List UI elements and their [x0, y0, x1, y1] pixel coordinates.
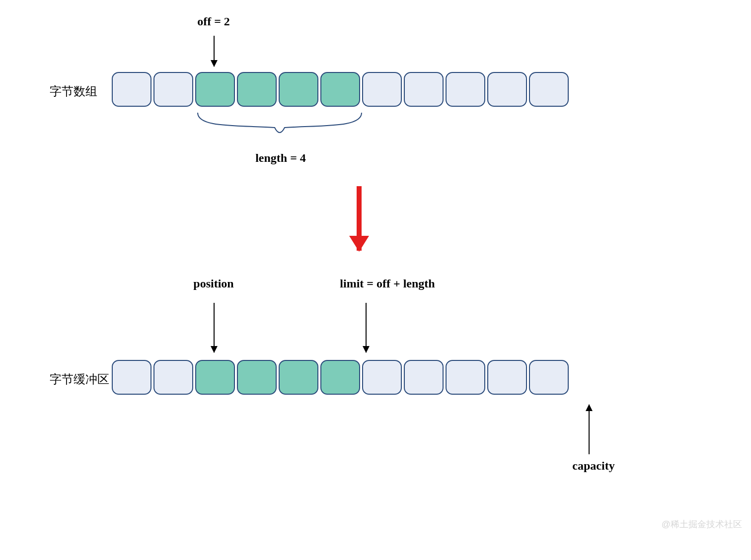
cell	[237, 360, 277, 395]
cell	[362, 72, 402, 107]
cell	[112, 360, 151, 395]
capacity-label: capacity	[564, 459, 623, 473]
row2-label: 字节缓冲区	[50, 371, 109, 387]
cell	[404, 360, 444, 395]
cell	[237, 72, 277, 107]
byte-array-row	[112, 72, 569, 107]
limit-arrow-icon	[366, 303, 367, 352]
cell	[529, 72, 569, 107]
cell	[195, 72, 235, 107]
cell	[404, 72, 444, 107]
cell	[446, 72, 485, 107]
cell	[362, 360, 402, 395]
watermark: @稀土掘金技术社区	[662, 518, 742, 530]
length-brace-icon	[195, 110, 364, 147]
off-label: off = 2	[184, 15, 243, 28]
cell	[446, 360, 485, 395]
off-arrow-icon	[214, 36, 215, 67]
cell	[487, 72, 527, 107]
capacity-arrow-icon	[589, 405, 590, 454]
position-label: position	[179, 277, 248, 290]
cell	[529, 360, 569, 395]
cell	[195, 360, 235, 395]
cell	[112, 72, 151, 107]
cell	[153, 72, 193, 107]
length-label: length = 4	[241, 151, 320, 165]
limit-label: limit = off + length	[323, 277, 452, 290]
cell	[320, 72, 360, 107]
row1-label: 字节数组	[50, 83, 97, 99]
position-arrow-icon	[214, 303, 215, 352]
byte-buffer-row	[112, 360, 569, 395]
cell	[279, 360, 318, 395]
cell	[279, 72, 318, 107]
cell	[487, 360, 527, 395]
flow-arrow-icon	[357, 186, 362, 251]
cell	[153, 360, 193, 395]
cell	[320, 360, 360, 395]
